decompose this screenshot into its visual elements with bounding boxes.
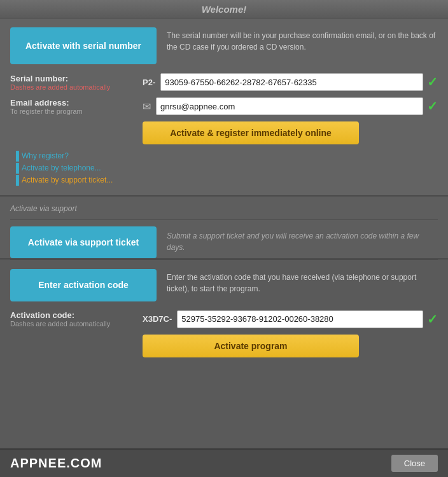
support-section-label: Activate via support <box>10 204 438 213</box>
why-register-link[interactable]: Why register? <box>22 151 69 160</box>
activation-code-input[interactable] <box>177 310 423 328</box>
serial-label-wrap: Serial number: Dashes are added automati… <box>10 74 137 91</box>
support-section: Activate via support Activate via suppor… <box>0 197 448 259</box>
activation-check-icon: ✓ <box>427 312 438 327</box>
bullet-icon-1: ▐ <box>13 151 19 161</box>
app-header: Welcome! <box>0 0 448 18</box>
enter-activation-row: Enter activation code Enter the activati… <box>10 259 438 310</box>
envelope-icon: ✉ <box>143 100 151 113</box>
support-inner-row: Activate via support ticket Submit a sup… <box>10 226 438 258</box>
email-input[interactable] <box>156 97 423 115</box>
bullet-icon-2: ▐ <box>13 163 19 173</box>
email-input-wrap: ✓ <box>156 97 438 115</box>
enter-activation-code-button[interactable]: Enter activation code <box>10 269 157 301</box>
bullet-icon-3: ▐ <box>13 175 19 185</box>
activate-serial-button[interactable]: Activate with serial number <box>10 27 157 64</box>
activate-support-ticket-link-item: ▐ Activate by support ticket... <box>13 175 438 185</box>
email-row: Email address: To register the program ✉… <box>10 97 438 115</box>
activation-input-wrap: ✓ <box>177 310 438 328</box>
divider-1 <box>10 219 438 220</box>
support-ticket-description: Submit a support ticket and you will rec… <box>167 226 438 258</box>
activation-label-wrap: Activation code: Dashes are added automa… <box>10 310 137 328</box>
activate-program-button[interactable]: Activate program <box>143 335 359 357</box>
serial-section: Activate with serial number The serial n… <box>0 18 448 197</box>
activation-code-form: Activation code: Dashes are added automa… <box>0 310 448 364</box>
activation-label-title: Activation code: <box>10 310 137 320</box>
support-btn-wrap: Activate via support ticket <box>10 226 157 258</box>
serial-input[interactable] <box>160 73 423 91</box>
header-title: Welcome! <box>202 4 247 15</box>
email-check-icon: ✓ <box>427 99 438 114</box>
why-register-link-item: ▐ Why register? <box>13 151 438 161</box>
serial-label-sub: Dashes are added automatically <box>10 83 137 91</box>
serial-input-wrap: ✓ <box>160 73 438 91</box>
activation-label-sub: Dashes are added automatically <box>10 320 137 328</box>
app-footer: APPNEE.COM Close <box>0 448 448 477</box>
close-button[interactable]: Close <box>391 455 438 472</box>
activate-support-ticket-button[interactable]: Activate via support ticket <box>10 226 157 258</box>
email-label-sub: To register the program <box>10 107 137 115</box>
serial-prefix: P2- <box>143 78 155 87</box>
serial-number-row: Serial number: Dashes are added automati… <box>10 73 438 91</box>
serial-activation-row: Activate with serial number The serial n… <box>10 27 438 64</box>
email-label-wrap: Email address: To register the program <box>10 98 137 115</box>
activate-support-ticket-link[interactable]: Activate by support ticket... <box>22 176 113 184</box>
links-row: ▐ Why register? ▐ Activate by telephone.… <box>10 151 438 185</box>
enter-activation-section: Enter activation code Enter the activati… <box>0 259 448 310</box>
footer-brand: APPNEE.COM <box>10 456 102 471</box>
activate-online-button[interactable]: Activate & register immediately online <box>143 121 359 144</box>
activate-telephone-link-item: ▐ Activate by telephone... <box>13 163 438 173</box>
activation-code-row: Activation code: Dashes are added automa… <box>10 310 438 328</box>
enter-code-description: Enter the activation code that you have … <box>167 269 438 301</box>
serial-check-icon: ✓ <box>427 74 438 90</box>
serial-label-title: Serial number: <box>10 74 137 83</box>
enter-code-btn-wrap: Enter activation code <box>10 269 157 301</box>
serial-description: The serial number will be in your purcha… <box>167 27 438 53</box>
activate-telephone-link[interactable]: Activate by telephone... <box>22 163 101 172</box>
activation-prefix: X3D7C- <box>143 314 172 324</box>
email-label-title: Email address: <box>10 98 137 107</box>
